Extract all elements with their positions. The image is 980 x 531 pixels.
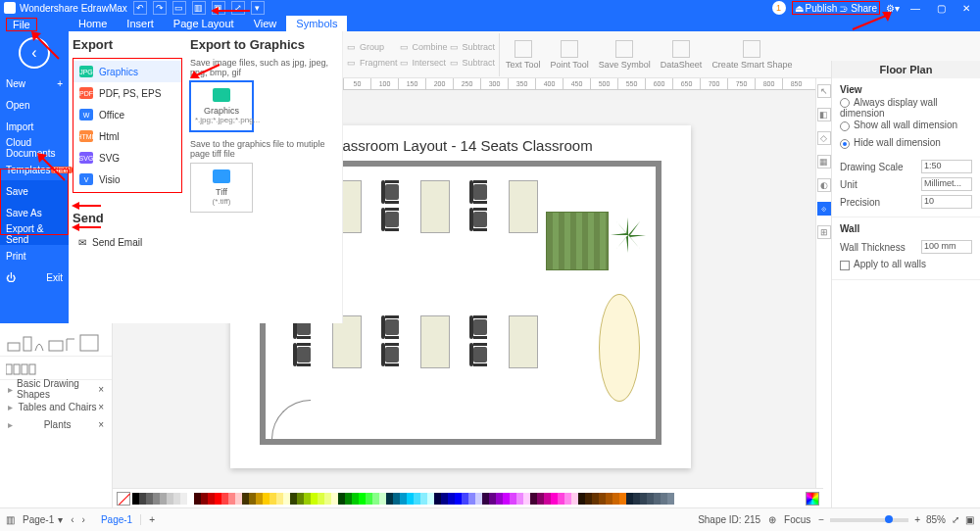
color-swatch[interactable] (167, 493, 173, 505)
color-swatch[interactable] (558, 493, 564, 505)
chair[interactable] (381, 208, 403, 231)
notification-icon[interactable]: 1 (772, 1, 786, 15)
qat-more-icon[interactable]: ▾ (251, 1, 265, 15)
qat-icon[interactable]: ▥ (192, 1, 206, 15)
color-swatch[interactable] (619, 493, 626, 505)
color-swatch[interactable] (647, 493, 654, 505)
color-swatch[interactable] (400, 493, 407, 505)
ribbon-create-smart[interactable]: Create Smart Shape (708, 33, 796, 76)
desk[interactable] (509, 180, 538, 233)
color-swatch[interactable] (489, 493, 496, 505)
color-swatch[interactable] (187, 493, 194, 505)
color-swatch[interactable] (441, 493, 448, 505)
tab-home[interactable]: Home (69, 16, 117, 31)
desk[interactable] (420, 315, 450, 368)
color-swatch[interactable] (640, 493, 647, 505)
color-swatch[interactable] (379, 493, 386, 505)
chair[interactable] (469, 343, 491, 366)
ribbon-point-tool[interactable]: Point Tool (546, 33, 592, 76)
tool-image-icon[interactable]: ▦ (817, 155, 831, 169)
desk-set[interactable] (373, 178, 450, 235)
color-swatch[interactable] (215, 493, 221, 505)
tool-data-icon[interactable]: ⊞ (817, 225, 831, 239)
ribbon-combine[interactable]: ▭ Combine (400, 40, 448, 54)
color-swatch[interactable] (496, 493, 503, 505)
drawing-scale-select[interactable]: 1:50 (921, 160, 972, 173)
color-swatch[interactable] (221, 493, 228, 505)
color-swatch[interactable] (420, 493, 427, 505)
color-swatch[interactable] (297, 493, 304, 505)
color-swatch[interactable] (304, 493, 311, 505)
color-swatch[interactable] (180, 493, 187, 505)
opt-show-all[interactable]: Show all wall dimension (840, 117, 972, 134)
ribbon-datasheet[interactable]: DataSheet (657, 33, 707, 76)
color-swatch[interactable] (462, 493, 468, 505)
color-swatch[interactable] (606, 493, 612, 505)
color-swatch[interactable] (228, 493, 235, 505)
color-swatch[interactable] (331, 493, 338, 505)
color-swatch[interactable] (283, 493, 290, 505)
color-swatch[interactable] (276, 493, 283, 505)
page-selector[interactable]: Page-1 ▾ (23, 514, 63, 525)
close-icon[interactable]: × (98, 402, 104, 412)
tool-theme-icon[interactable]: ◐ (817, 178, 831, 192)
color-swatch[interactable] (146, 493, 153, 505)
export-pdf[interactable]: PDFPDF, PS, EPS (74, 82, 181, 104)
color-swatch[interactable] (160, 493, 167, 505)
color-swatch[interactable] (448, 493, 455, 505)
tool-cursor-icon[interactable]: ↖ (817, 84, 831, 98)
color-swatch[interactable] (242, 493, 249, 505)
color-swatch[interactable] (523, 493, 530, 505)
prev-page-icon[interactable]: ‹ (71, 514, 74, 525)
door[interactable] (271, 400, 311, 439)
file-export-send[interactable]: Export & Send (0, 223, 69, 245)
desk[interactable] (332, 315, 362, 368)
desk[interactable] (509, 315, 538, 368)
file-save-as[interactable]: Save As (0, 202, 69, 223)
chair[interactable] (381, 315, 403, 339)
color-swatch[interactable] (359, 493, 366, 505)
qat-icon[interactable]: ▭ (172, 1, 186, 15)
shape-cat-plants[interactable]: Plants× (0, 415, 112, 433)
qat-undo-icon[interactable]: ↶ (133, 1, 147, 15)
opt-always-display[interactable]: Always display wall dimension (840, 99, 972, 117)
tool-floorplan-icon[interactable]: ⟐ (817, 202, 831, 216)
ribbon-save-symbol[interactable]: Save Symbol (595, 33, 655, 76)
chair[interactable] (293, 343, 315, 366)
color-swatch[interactable] (571, 493, 578, 505)
plant[interactable] (609, 216, 648, 255)
color-swatch[interactable] (173, 493, 180, 505)
color-swatch[interactable] (482, 493, 489, 505)
qat-redo-icon[interactable]: ↷ (153, 1, 167, 15)
close-button[interactable]: ✕ (956, 3, 976, 14)
export-thumb-tiff[interactable]: Tiff (*.tiff) (190, 163, 253, 213)
close-icon[interactable]: × (98, 384, 104, 395)
ribbon-fragment[interactable]: ▭ Fragment (347, 56, 398, 70)
file-exit[interactable]: ⏻ Exit (0, 266, 69, 288)
page-tab[interactable]: Page-1 (93, 514, 141, 525)
export-html[interactable]: HTMLHtml (74, 125, 181, 147)
color-swatch[interactable] (201, 493, 208, 505)
desk-set[interactable] (462, 178, 538, 235)
next-page-icon[interactable]: › (82, 514, 85, 525)
color-swatch[interactable] (263, 493, 270, 505)
ribbon-subtract2[interactable]: ▭ Subtract (450, 56, 496, 70)
color-swatch[interactable] (455, 493, 462, 505)
oval-table[interactable] (599, 294, 640, 402)
add-page-icon[interactable]: + (149, 514, 155, 525)
color-swatch[interactable] (414, 493, 420, 505)
color-swatch[interactable] (338, 493, 345, 505)
tool-layer-icon[interactable]: ◧ (817, 108, 831, 121)
color-swatch[interactable] (564, 493, 571, 505)
color-swatch[interactable] (551, 493, 558, 505)
tab-symbols[interactable]: Symbols (286, 16, 347, 31)
color-swatch[interactable] (208, 493, 215, 505)
zoom-in-button[interactable]: + (914, 514, 920, 525)
chair[interactable] (469, 208, 491, 231)
color-swatch[interactable] (516, 493, 523, 505)
fullscreen-icon[interactable]: ▣ (965, 514, 974, 525)
color-swatch[interactable] (592, 493, 599, 505)
export-visio[interactable]: VVisio (74, 169, 181, 190)
color-swatch[interactable] (290, 493, 297, 505)
desk[interactable] (420, 180, 450, 233)
